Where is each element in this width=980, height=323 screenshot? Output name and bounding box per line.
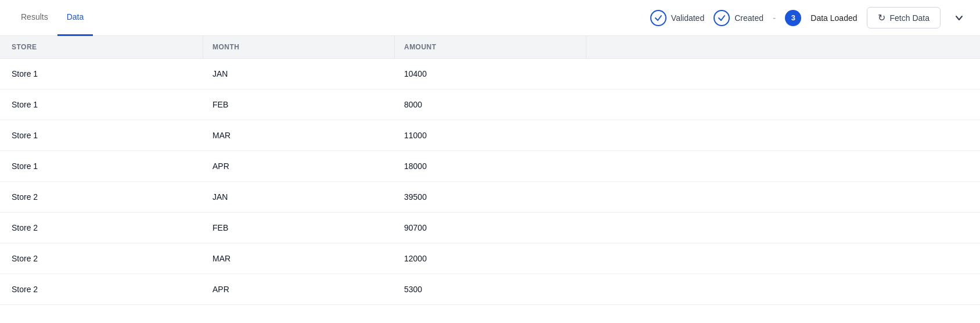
table-row: Store 1 FEB 8000 — [0, 89, 980, 120]
cell-amount: 90700 — [395, 213, 586, 243]
cell-month: APR — [203, 151, 395, 181]
validated-status: Validated — [650, 10, 704, 26]
column-header-extra — [586, 36, 968, 58]
status-badge: 3 — [785, 10, 801, 26]
cell-extra — [586, 243, 968, 274]
chevron-down-button[interactable] — [950, 9, 968, 27]
cell-store: Store 1 — [12, 151, 203, 181]
cell-amount: 12000 — [395, 243, 586, 274]
created-check-icon — [714, 10, 730, 26]
table-row: Store 1 JAN 10400 — [0, 59, 980, 89]
cell-amount: 39500 — [395, 182, 586, 212]
cell-store: Store 1 — [12, 120, 203, 150]
cell-amount: 10400 — [395, 59, 586, 89]
cell-month: JAN — [203, 182, 395, 212]
refresh-icon: ↻ — [878, 12, 885, 23]
cell-amount: 18000 — [395, 151, 586, 181]
fetch-data-label: Fetch Data — [890, 13, 929, 23]
cell-extra — [586, 59, 968, 89]
table-row: Store 1 MAR 11000 — [0, 120, 980, 151]
cell-month: APR — [203, 274, 395, 304]
cell-store: Store 2 — [12, 243, 203, 274]
cell-extra — [586, 274, 968, 304]
column-header-month: MONTH — [203, 36, 395, 58]
data-table: STORE MONTH AMOUNT Store 1 JAN 10400 Sto… — [0, 36, 980, 305]
cell-amount: 5300 — [395, 274, 586, 304]
cell-store: Store 1 — [12, 59, 203, 89]
cell-amount: 11000 — [395, 120, 586, 150]
table-body: Store 1 JAN 10400 Store 1 FEB 8000 Store… — [0, 59, 980, 305]
cell-extra — [586, 120, 968, 150]
cell-extra — [586, 151, 968, 181]
column-header-store: STORE — [12, 36, 203, 58]
data-loaded-label: Data Loaded — [810, 13, 857, 23]
cell-store: Store 2 — [12, 213, 203, 243]
cell-month: JAN — [203, 59, 395, 89]
cell-amount: 8000 — [395, 89, 586, 120]
status-area: Validated Created - 3 Data Loaded ↻ Fetc… — [650, 7, 968, 28]
fetch-data-button[interactable]: ↻ Fetch Data — [867, 7, 941, 28]
cell-month: MAR — [203, 120, 395, 150]
cell-store: Store 2 — [12, 182, 203, 212]
table-row: Store 2 MAR 12000 — [0, 243, 980, 274]
cell-extra — [586, 89, 968, 120]
status-dash: - — [773, 13, 776, 23]
tab-results[interactable]: Results — [12, 0, 57, 36]
cell-extra — [586, 182, 968, 212]
cell-store: Store 2 — [12, 274, 203, 304]
cell-store: Store 1 — [12, 89, 203, 120]
created-status: Created — [714, 10, 763, 26]
table-row: Store 2 FEB 90700 — [0, 213, 980, 243]
table-row: Store 1 APR 18000 — [0, 151, 980, 182]
validated-check-icon — [650, 10, 666, 26]
table-row: Store 2 APR 5300 — [0, 274, 980, 305]
validated-label: Validated — [671, 13, 704, 23]
cell-month: FEB — [203, 213, 395, 243]
table-row: Store 2 JAN 39500 — [0, 182, 980, 213]
cell-month: FEB — [203, 89, 395, 120]
table-header: STORE MONTH AMOUNT — [0, 36, 980, 59]
tab-data[interactable]: Data — [57, 0, 93, 36]
cell-extra — [586, 213, 968, 243]
created-label: Created — [734, 13, 763, 23]
cell-month: MAR — [203, 243, 395, 274]
top-bar: Results Data Validated Created - 3 — [0, 0, 980, 36]
column-header-amount: AMOUNT — [395, 36, 586, 58]
tabs: Results Data — [12, 0, 93, 36]
